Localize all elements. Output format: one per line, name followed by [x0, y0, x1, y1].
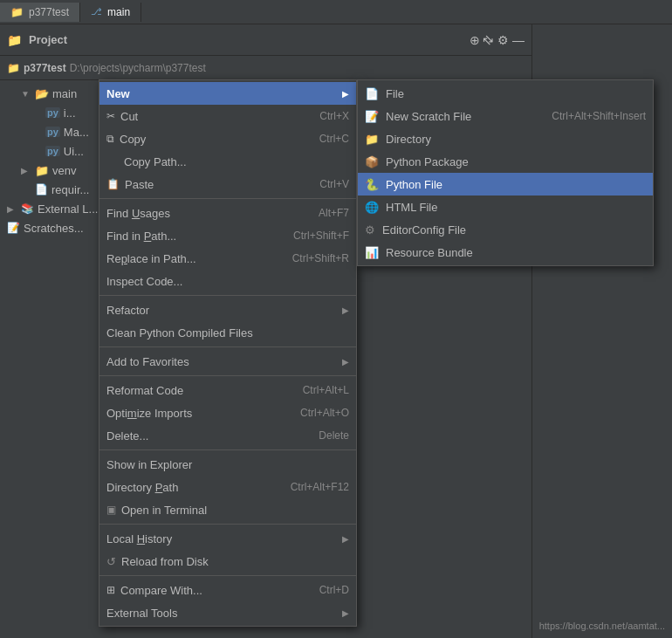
directory-path-label: Directory Path — [106, 481, 178, 494]
replace-in-path-label: Replace in Path... — [106, 252, 196, 265]
menu-item-add-favorites[interactable]: Add to Favorites ▶ — [99, 350, 356, 373]
menu-item-reload-disk[interactable]: ↺ Reload from Disk — [99, 550, 356, 573]
folder-venv-icon: 📁 — [35, 164, 49, 177]
submenu-item-resource-bundle[interactable]: 📊 Resource Bundle — [358, 241, 653, 264]
py-file-icon-ma: py — [45, 127, 60, 137]
submenu-item-html[interactable]: 🌐 HTML File — [358, 196, 653, 218]
pkg-icon: 📦 — [365, 155, 379, 168]
menu-item-clean-python[interactable]: Clean Python Compiled Files — [99, 321, 356, 344]
compare-with-label: Compare With... — [120, 584, 202, 597]
menu-item-delete[interactable]: Delete... Delete — [99, 424, 356, 447]
arrow-down-icon: ▼ — [21, 89, 31, 99]
folder-open-icon: 📂 — [35, 87, 49, 100]
breadcrumb-folder-icon: 📁 — [7, 62, 20, 74]
submenu-item-editorconfig[interactable]: ⚙ EditorConfig File — [358, 218, 653, 241]
local-history-arrow-icon: ▶ — [342, 534, 349, 544]
compare-with-shortcut: Ctrl+D — [319, 584, 349, 596]
reload-disk-label: Reload from Disk — [121, 555, 209, 568]
menu-item-paste[interactable]: 📋 Paste Ctrl+V — [99, 173, 356, 196]
html-file-label: HTML File — [386, 201, 437, 214]
tab-p377test[interactable]: 📁 p377test — [0, 3, 80, 22]
tree-label-venv: venv — [52, 164, 76, 177]
cut-icon: ✂ — [106, 110, 115, 122]
menu-item-optimize[interactable]: Optimize Imports Ctrl+Alt+O — [99, 401, 356, 424]
toolbar-icons: ⊕ ⇄ ⚙ — — [470, 33, 525, 47]
submenu-item-python-file[interactable]: 🐍 Python File — [358, 173, 653, 196]
localize-icon[interactable]: ⊕ — [470, 33, 480, 47]
directory-path-shortcut: Ctrl+Alt+F12 — [291, 481, 349, 493]
minimize-icon[interactable]: — — [512, 33, 525, 47]
ide-header: 📁 p377test ⎇ main — [0, 0, 672, 24]
external-lib-icon: 📚 — [21, 202, 34, 215]
clean-python-label: Clean Python Compiled Files — [106, 326, 253, 340]
menu-item-show-explorer[interactable]: Show in Explorer — [99, 453, 356, 476]
menu-item-find-usages[interactable]: Find Usages Alt+F7 — [99, 202, 356, 224]
add-favorites-arrow-icon: ▶ — [342, 357, 349, 367]
menu-item-copy[interactable]: ⧉ Copy Ctrl+C — [99, 127, 356, 150]
menu-item-compare-with[interactable]: ⊞ Compare With... Ctrl+D — [99, 579, 356, 601]
replace-in-path-shortcut: Ctrl+Shift+R — [292, 252, 349, 264]
branch-icon: ⎇ — [91, 6, 102, 17]
submenu-item-scratch[interactable]: 📝 New Scratch File Ctrl+Alt+Shift+Insert — [358, 105, 653, 127]
dir-icon: 📁 — [365, 133, 379, 146]
editorconfig-label: EditorConfig File — [382, 223, 466, 237]
find-in-path-shortcut: Ctrl+Shift+F — [293, 230, 349, 242]
menu-item-refactor[interactable]: Refactor ▶ — [99, 298, 356, 321]
delete-shortcut: Delete — [319, 429, 349, 442]
copy-label: Copy — [120, 133, 146, 146]
menu-item-directory-path[interactable]: Directory Path Ctrl+Alt+F12 — [99, 476, 356, 498]
watermark: https://blog.csdn.net/aamtat... — [539, 621, 665, 631]
new-arrow-icon: ▶ — [342, 89, 349, 99]
resource-bundle-label: Resource Bundle — [386, 246, 473, 259]
panel-toolbar: 📁 Project ⊕ ⇄ ⚙ — — [0, 24, 531, 56]
arrow-right-icon-venv: ▶ — [21, 166, 31, 175]
breadcrumb-project[interactable]: p377test — [24, 62, 66, 74]
submenu-item-file[interactable]: 📄 File — [358, 82, 653, 105]
panel-title: Project — [29, 33, 463, 46]
paste-icon: 📋 — [106, 178, 120, 190]
tree-label-external: External L... — [38, 202, 98, 216]
scratch-file-icon: 📝 — [365, 110, 379, 123]
scratch-icon: 📝 — [7, 222, 20, 234]
html-icon: 🌐 — [365, 201, 379, 214]
separator-1 — [99, 198, 356, 199]
menu-item-inspect-code[interactable]: Inspect Code... — [99, 270, 356, 292]
menu-item-copy-path[interactable]: Copy Path... — [99, 150, 356, 173]
separator-7 — [99, 575, 356, 576]
menu-item-new[interactable]: New ▶ — [99, 82, 356, 105]
paste-label: Paste — [125, 178, 154, 191]
scratch-shortcut: Ctrl+Alt+Shift+Insert — [552, 110, 646, 122]
optimize-shortcut: Ctrl+Alt+O — [300, 407, 349, 419]
menu-item-reformat[interactable]: Reformat Code Ctrl+Alt+L — [99, 379, 356, 401]
optimize-label: Optimize Imports — [106, 407, 192, 420]
reformat-shortcut: Ctrl+Alt+L — [303, 384, 349, 396]
submenu-item-python-package[interactable]: 📦 Python Package — [358, 150, 653, 173]
find-in-path-label: Find in Path... — [106, 230, 176, 243]
paste-shortcut: Ctrl+V — [319, 178, 349, 190]
folder-icon: 📁 — [7, 33, 22, 47]
project-icon: 📁 — [10, 6, 24, 18]
python-package-label: Python Package — [386, 155, 469, 168]
file-icon: 📄 — [365, 87, 379, 100]
menu-item-local-history[interactable]: Local History ▶ — [99, 527, 356, 550]
py-file-icon: py — [45, 107, 60, 118]
menu-item-replace-in-path[interactable]: Replace in Path... Ctrl+Shift+R — [99, 247, 356, 270]
file-label: File — [386, 87, 404, 100]
collapse-icon[interactable]: ⇄ — [480, 31, 497, 49]
context-menu: New ▶ ✂ Cut Ctrl+X ⧉ Copy Ctrl+C Copy Pa… — [99, 79, 357, 627]
submenu-item-directory[interactable]: 📁 Directory — [358, 127, 653, 150]
tab-main[interactable]: ⎇ main — [80, 3, 141, 22]
menu-item-open-terminal[interactable]: ▣ Open in Terminal — [99, 498, 356, 521]
tree-label-scratches: Scratches... — [24, 222, 84, 235]
tree-label-ui: Ui... — [64, 145, 84, 158]
python-file-label: Python File — [386, 178, 442, 191]
add-favorites-label: Add to Favorites — [106, 355, 189, 368]
menu-item-cut[interactable]: ✂ Cut Ctrl+X — [99, 105, 356, 127]
delete-label: Delete... — [106, 429, 148, 442]
cut-shortcut: Ctrl+X — [319, 110, 349, 122]
cut-label: Cut — [120, 110, 138, 123]
settings-icon[interactable]: ⚙ — [497, 33, 509, 47]
resource-icon: 📊 — [365, 246, 379, 259]
menu-item-external-tools[interactable]: External Tools ▶ — [99, 601, 356, 624]
menu-item-find-in-path[interactable]: Find in Path... Ctrl+Shift+F — [99, 224, 356, 247]
